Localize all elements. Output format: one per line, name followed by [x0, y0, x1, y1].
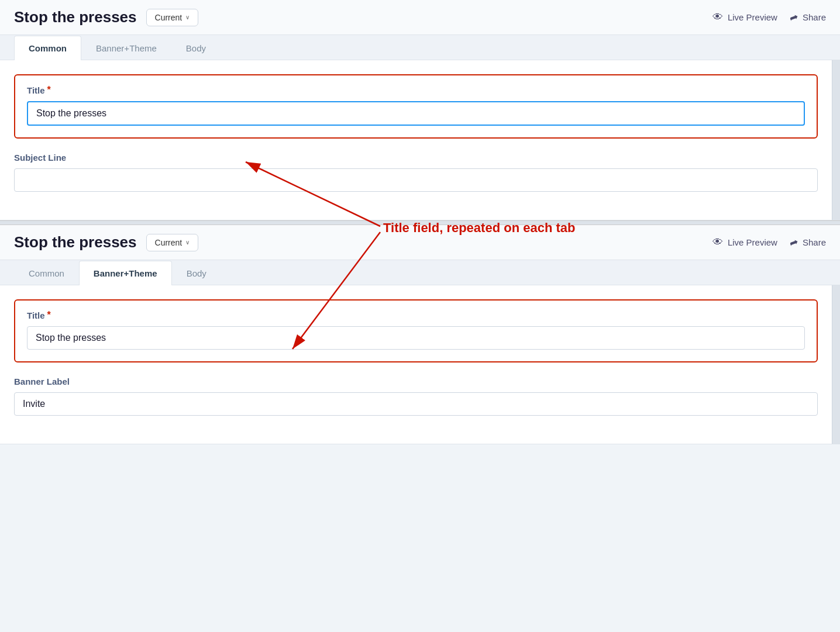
- required-star: *: [47, 85, 51, 95]
- bottom-banner-label-input[interactable]: [14, 392, 818, 416]
- share-icon: ➦: [787, 10, 800, 25]
- tab-banner-theme-top[interactable]: Banner+Theme: [81, 36, 171, 60]
- share-label: Share: [803, 12, 826, 22]
- version-label: Current: [155, 13, 183, 22]
- bottom-right-sidebar: [832, 285, 840, 444]
- bottom-banner-label-label: Banner Label: [14, 377, 818, 386]
- annotation-svg: Title field, repeated on each tab: [152, 150, 562, 302]
- bottom-live-preview-button[interactable]: 👁 Live Preview: [712, 236, 777, 248]
- page-title: Stop the presses: [14, 8, 137, 26]
- bottom-live-preview-label: Live Preview: [728, 237, 777, 247]
- share-button[interactable]: ➦ Share: [789, 11, 826, 24]
- top-panel-header: Stop the presses Current ∨ 👁 Live Previe…: [0, 0, 840, 35]
- bottom-panel-body: Title * Banner Label: [0, 285, 832, 444]
- top-tabs-bar: Common Banner+Theme Body: [0, 35, 840, 60]
- top-title-input[interactable]: [27, 101, 805, 126]
- tab-body-top[interactable]: Body: [171, 36, 221, 60]
- bottom-required-star: *: [47, 310, 51, 320]
- bottom-banner-label-section: Banner Label: [14, 377, 818, 416]
- bottom-panel-content-area: Title * Banner Label: [0, 285, 840, 444]
- bottom-share-label: Share: [803, 237, 826, 247]
- tab-common-top[interactable]: Common: [14, 36, 81, 60]
- page-wrapper: Stop the presses Current ∨ 👁 Live Previe…: [0, 0, 840, 444]
- top-title-label: Title *: [27, 85, 805, 95]
- svg-text:Title field, repeated on each : Title field, repeated on each tab: [383, 220, 575, 235]
- bottom-header-actions: 👁 Live Preview ➦ Share: [712, 236, 826, 249]
- tab-common-bottom[interactable]: Common: [14, 261, 79, 285]
- top-right-sidebar: [832, 60, 840, 220]
- bottom-title-section: Title *: [14, 299, 818, 362]
- bottom-share-icon: ➦: [787, 235, 800, 250]
- bottom-panel-main: Title * Banner Label: [0, 285, 832, 444]
- bottom-title-input[interactable]: [27, 326, 805, 350]
- live-preview-label: Live Preview: [728, 12, 777, 22]
- chevron-down-icon: ∨: [185, 14, 190, 20]
- bottom-eye-icon: 👁: [712, 236, 723, 248]
- top-title-section: Title *: [14, 74, 818, 139]
- header-actions: 👁 Live Preview ➦ Share: [712, 11, 826, 24]
- bottom-share-button[interactable]: ➦ Share: [789, 236, 826, 249]
- svg-line-1: [246, 162, 380, 226]
- live-preview-button[interactable]: 👁 Live Preview: [712, 11, 777, 23]
- bottom-page-title: Stop the presses: [14, 233, 137, 251]
- version-dropdown[interactable]: Current ∨: [146, 9, 199, 26]
- bottom-title-label: Title *: [27, 310, 805, 320]
- eye-icon: 👁: [712, 11, 723, 23]
